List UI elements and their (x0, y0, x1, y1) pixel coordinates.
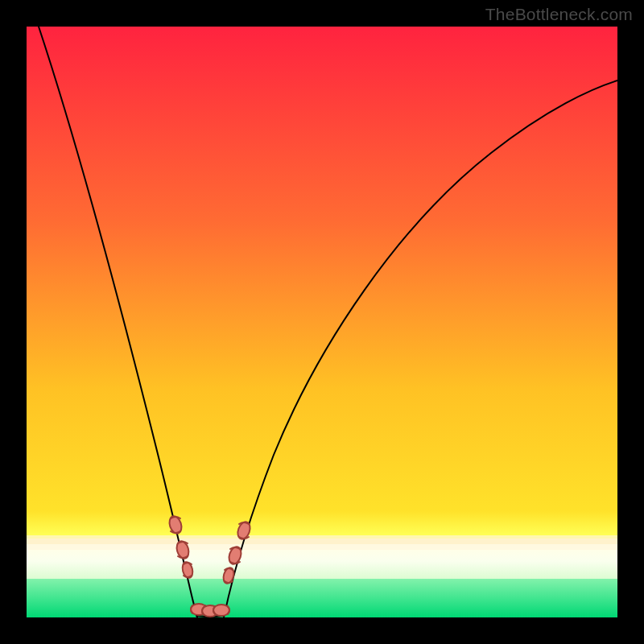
band-cream-1 (27, 535, 617, 539)
band-yellow (27, 511, 617, 535)
band-red-yellow (27, 27, 617, 511)
band-cream-2 (27, 539, 617, 544)
band-pale-green (27, 561, 617, 579)
band-cream-3 (27, 544, 617, 550)
band-cream-4 (27, 550, 617, 561)
bottleneck-chart (0, 0, 644, 644)
svg-point-8 (213, 605, 229, 616)
watermark-text: TheBottleneck.com (485, 5, 633, 24)
band-green (27, 579, 617, 617)
chart-stage: TheBottleneck.com (0, 0, 644, 644)
plot-area (27, 27, 617, 617)
marker-flat-3 (213, 605, 229, 616)
